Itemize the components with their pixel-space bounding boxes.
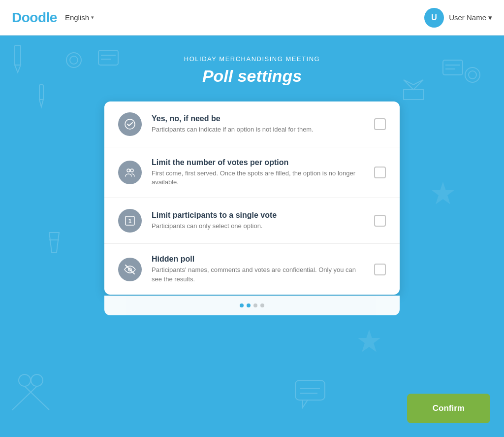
avatar[interactable]: U xyxy=(424,8,444,28)
svg-line-16 xyxy=(25,386,49,410)
header-right: U User Name ▾ xyxy=(424,8,492,28)
one-icon: 1 xyxy=(124,215,136,227)
language-chevron-icon: ▾ xyxy=(91,14,94,21)
poll-header: HOLIDAY MERCHANDISING MEETING Poll setti… xyxy=(184,55,320,86)
svg-rect-2 xyxy=(39,85,43,100)
option-yes-no: Yes, no, if need be Participants can ind… xyxy=(104,101,400,147)
option-single-vote-checkbox[interactable] xyxy=(374,215,386,227)
user-name-dropdown[interactable]: User Name ▾ xyxy=(449,13,492,22)
svg-point-15 xyxy=(31,374,43,386)
svg-point-5 xyxy=(70,56,78,64)
option-limit-votes: Limit the number of votes per option Fir… xyxy=(104,147,400,198)
confirm-button[interactable]: Confirm xyxy=(407,394,490,423)
svg-point-12 xyxy=(465,67,480,82)
option-hidden-poll-title: Hidden poll xyxy=(152,255,364,264)
language-selector[interactable]: English ▾ xyxy=(61,11,98,24)
dot-4 xyxy=(260,303,264,307)
pagination-dots xyxy=(240,303,264,307)
option-single-vote-text: Limit participants to a single vote Part… xyxy=(152,211,364,231)
hidden-eye-icon xyxy=(124,264,136,275)
dot-2 xyxy=(247,303,251,307)
hidden-poll-icon xyxy=(118,258,142,281)
option-hidden-poll: Hidden poll Participants' names, comment… xyxy=(104,244,400,294)
svg-marker-19 xyxy=(359,331,379,351)
svg-point-30 xyxy=(127,169,130,172)
svg-rect-25 xyxy=(295,380,325,400)
checkmark-icon xyxy=(124,118,136,130)
svg-marker-26 xyxy=(303,400,308,407)
user-name-label: User Name xyxy=(449,13,486,22)
option-yes-no-checkbox[interactable] xyxy=(374,118,386,130)
dot-1 xyxy=(240,303,244,307)
poll-settings-card: Yes, no, if need be Participants can ind… xyxy=(104,101,400,295)
option-hidden-poll-desc: Participants' names, comments and votes … xyxy=(152,266,364,283)
option-hidden-poll-checkbox[interactable] xyxy=(374,264,386,275)
option-single-vote-desc: Participants can only select one option. xyxy=(152,222,364,231)
option-yes-no-title: Yes, no, if need be xyxy=(152,114,364,123)
svg-point-14 xyxy=(19,374,31,386)
yes-no-icon xyxy=(118,112,142,136)
svg-marker-20 xyxy=(433,183,453,203)
option-yes-no-text: Yes, no, if need be Participants can ind… xyxy=(152,114,364,134)
option-yes-no-desc: Participants can indicate if an option i… xyxy=(152,125,364,134)
header-left: Doodle English ▾ xyxy=(12,10,98,26)
dot-3 xyxy=(253,303,257,307)
option-single-vote: 1 Limit participants to a single vote Pa… xyxy=(104,198,400,244)
single-vote-icon: 1 xyxy=(118,209,142,233)
main-background: HOLIDAY MERCHANDISING MEETING Poll setti… xyxy=(0,35,504,437)
logo[interactable]: Doodle xyxy=(12,10,57,26)
svg-marker-23 xyxy=(404,90,423,100)
svg-point-13 xyxy=(469,71,476,79)
svg-rect-0 xyxy=(15,45,21,65)
option-single-vote-title: Limit participants to a single vote xyxy=(152,211,364,220)
svg-marker-1 xyxy=(15,65,21,72)
option-limit-votes-text: Limit the number of votes per option Fir… xyxy=(152,158,364,187)
user-chevron-icon: ▾ xyxy=(488,13,492,22)
svg-rect-9 xyxy=(443,60,463,75)
option-limit-votes-title: Limit the number of votes per option xyxy=(152,158,364,167)
svg-rect-6 xyxy=(98,50,118,65)
limit-votes-icon xyxy=(118,161,142,184)
svg-point-31 xyxy=(130,169,133,172)
option-limit-votes-desc: First come, first served. Once the spots… xyxy=(152,169,364,187)
header: Doodle English ▾ U User Name ▾ xyxy=(0,0,504,35)
svg-marker-21 xyxy=(49,233,59,252)
poll-title: Poll settings xyxy=(184,67,320,86)
svg-marker-3 xyxy=(39,100,43,107)
svg-point-4 xyxy=(66,53,81,67)
language-label: English xyxy=(65,13,89,22)
svg-text:1: 1 xyxy=(128,218,132,225)
option-hidden-poll-text: Hidden poll Participants' names, comment… xyxy=(152,255,364,283)
card-bottom-hint xyxy=(104,296,400,315)
poll-subtitle: HOLIDAY MERCHANDISING MEETING xyxy=(184,55,320,63)
svg-line-17 xyxy=(12,386,37,410)
svg-marker-24 xyxy=(404,80,423,90)
group-icon xyxy=(124,167,136,178)
option-limit-votes-checkbox[interactable] xyxy=(374,167,386,178)
